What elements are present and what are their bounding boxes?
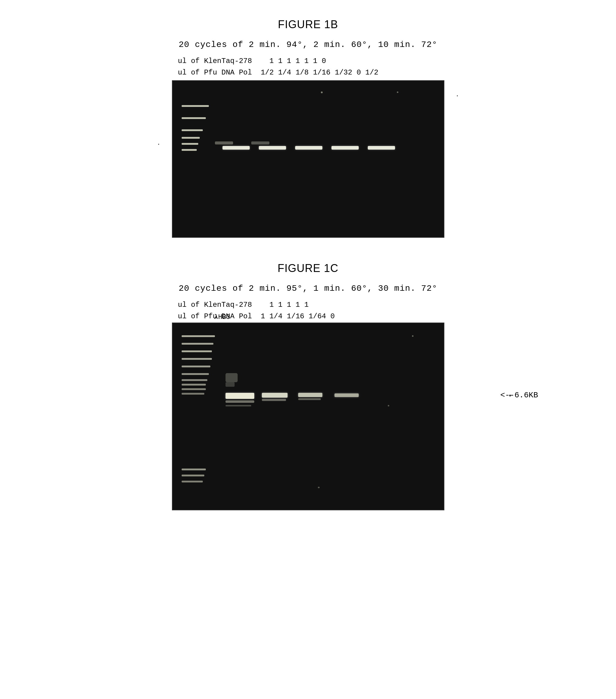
gel-1c-smear — [226, 373, 238, 382]
sample-band-2 — [259, 146, 286, 149]
ladder-band-2 — [182, 117, 206, 119]
figure-1c-title: FIGURE 1C — [278, 262, 338, 275]
fig1b-row2-label: ul of Pfu DNA Pol — [178, 68, 252, 77]
samp-1c-3-main — [298, 393, 322, 397]
sample-band-5 — [368, 146, 395, 149]
figure-1b-gel-image — [173, 81, 444, 237]
figure-1c-section: FIGURE 1C 20 cycles of 2 min. 95°, 1 min… — [24, 262, 592, 510]
side-artifact-left: · — [157, 141, 161, 148]
samp-1c-1-main — [226, 393, 254, 399]
figure-1b-gel-wrapper: · · — [172, 80, 444, 238]
samp-1c-1-lower — [226, 400, 254, 403]
figure-1b-gel — [172, 80, 444, 238]
samp-1c-3-lower — [298, 398, 321, 400]
samp-1c-1-smear — [226, 405, 251, 406]
fig1c-row1-label: ul of KlenTaq-278 — [178, 301, 252, 309]
lad-1c-10 — [182, 393, 204, 395]
sample-band-1 — [223, 146, 250, 149]
ladder-band-4 — [182, 137, 200, 139]
lad-1c-3 — [182, 351, 212, 352]
lad-1c-8 — [182, 384, 206, 385]
ladder-band-5 — [182, 143, 198, 145]
ladder-band-1 — [182, 105, 209, 107]
lad-1c-4 — [182, 358, 212, 360]
sample-band-4 — [332, 146, 359, 149]
lad-1c-7 — [182, 379, 207, 381]
figure-1c-row1: ul of KlenTaq-278 1 1 1 1 1 — [178, 299, 444, 311]
sample-band-3 — [295, 146, 322, 149]
ladder-band-3 — [182, 129, 203, 131]
gel-1c-dot3 — [318, 487, 320, 488]
lad-1c-6 — [182, 373, 209, 375]
samp-1c-4-main — [334, 393, 359, 397]
samp-1c-2-main — [262, 393, 287, 398]
lad-1c-bottom2 — [182, 475, 204, 476]
lambda-hb3-label: λHB3 — [214, 314, 230, 321]
sample-band-faint-1 — [215, 142, 233, 144]
ladder-band-6 — [182, 149, 197, 151]
figure-1c-gel-image — [173, 323, 444, 510]
figure-1c-gel — [172, 322, 444, 510]
figure-1b-conditions: 20 cycles of 2 min. 94°, 2 min. 60°, 10 … — [178, 40, 438, 49]
gel-dot-2 — [397, 91, 398, 93]
fig1c-row2-values: 1 1/4 1/16 1/64 0 — [260, 312, 335, 320]
gel-1c-dot1 — [412, 335, 414, 337]
size-label: <--6.6KB — [500, 391, 538, 400]
figure-1b-lane-labels: ul of KlenTaq-278 1 1 1 1 1 1 0 ul of Pf… — [172, 55, 444, 79]
figure-1b-title: FIGURE 1B — [278, 18, 338, 31]
lad-1c-bottom1 — [182, 469, 206, 470]
fig1b-row2-values: 1/2 1/4 1/8 1/16 1/32 0 1/2 — [260, 68, 378, 77]
figure-1b-section: FIGURE 1B 20 cycles of 2 min. 94°, 2 min… — [24, 18, 592, 238]
fig1b-row1-label: ul of KlenTaq-278 — [178, 57, 252, 65]
sample-band-faint-2 — [251, 142, 269, 144]
lad-1c-2 — [182, 343, 213, 345]
side-artifact-right: · — [455, 92, 459, 100]
page: FIGURE 1B 20 cycles of 2 min. 94°, 2 min… — [0, 0, 616, 699]
figure-1c-lane-labels: ul of KlenTaq-278 1 1 1 1 1 ul of Pfu DN… — [172, 299, 444, 322]
lad-1c-bottom3 — [182, 480, 203, 483]
lad-1c-5 — [182, 366, 210, 367]
size-label-dot — [509, 395, 511, 396]
gel-dot-1 — [321, 91, 323, 93]
fig1c-row1-values: 1 1 1 1 1 — [269, 301, 309, 309]
lad-1c-1 — [182, 335, 215, 337]
gel-1c-smear2 — [226, 382, 235, 387]
figure-1c-conditions: 20 cycles of 2 min. 95°, 1 min. 60°, 30 … — [178, 284, 438, 293]
lad-1c-9 — [182, 388, 206, 390]
figure-1b-row2: ul of Pfu DNA Pol 1/2 1/4 1/8 1/16 1/32 … — [178, 67, 444, 78]
figure-1b-row1: ul of KlenTaq-278 1 1 1 1 1 1 0 — [178, 55, 444, 67]
gel-1c-dot2 — [388, 405, 389, 406]
figure-1c-gel-wrapper: λHB3 — [172, 322, 444, 510]
samp-1c-2-lower — [262, 399, 286, 401]
fig1b-row1-values: 1 1 1 1 1 1 0 — [269, 57, 326, 65]
